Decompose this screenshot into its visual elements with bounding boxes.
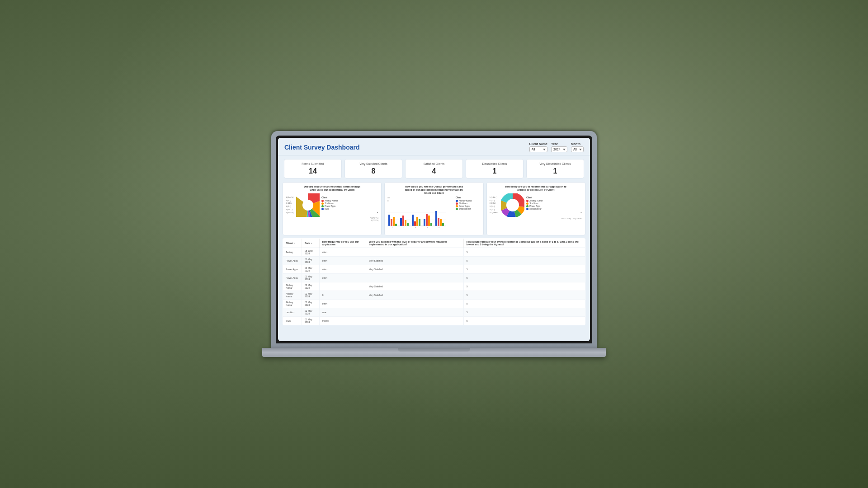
cell-rating: 5 xyxy=(463,317,585,325)
svg-point-44 xyxy=(506,199,519,211)
svg-rect-12 xyxy=(391,219,392,226)
month-filter: Month All xyxy=(571,142,584,152)
cell-freq: often xyxy=(319,274,366,282)
table-row: Akshay Kumar 02 May 2024 0 Very Satisfie… xyxy=(283,291,585,300)
laptop-screen: Client Survey Dashboard Client Name All … xyxy=(271,131,597,348)
legend-shubham: Shubham xyxy=(321,202,378,205)
col-frequency: How frequently do you use our applicatio… xyxy=(319,239,366,248)
pie-chart-svg xyxy=(296,193,320,217)
cell-date: 30 May 2024 xyxy=(302,257,320,265)
kpi-very-dissatisfied: Very Dissatisfied Clients 1 xyxy=(526,159,584,178)
donut-legend-akshay: Akshay Kumar xyxy=(526,200,582,202)
table-row: Akshay Kumar 02 May 2024 Very Satisfied … xyxy=(283,282,585,291)
svg-rect-21 xyxy=(416,217,418,226)
year-select[interactable]: 2024 xyxy=(551,146,567,152)
cell-rating: 5 xyxy=(463,300,585,308)
month-label: Month xyxy=(571,142,584,145)
svg-rect-18 xyxy=(407,223,409,226)
svg-rect-28 xyxy=(438,218,439,226)
kpi-very-satisfied-value: 8 xyxy=(349,167,398,175)
pie-label-1: 1 (2.44%) xyxy=(286,196,293,199)
svg-text:3: 3 xyxy=(415,226,416,229)
svg-rect-14 xyxy=(395,224,397,226)
svg-rect-24 xyxy=(426,214,428,226)
pie-label-5: 1 (2.4...) xyxy=(286,208,293,211)
cell-date: 02 May 2024 xyxy=(302,282,320,291)
charts-row: Did you encounter any technical issues o… xyxy=(278,182,590,238)
cell-security: Very Satisfied xyxy=(366,257,463,265)
data-table: Client ▼ Date ▼ How frequently do you us… xyxy=(283,238,585,325)
kpi-dissatisfied-label: Dissatisfied Clients xyxy=(470,162,519,165)
bar-legend-akshay: Akshay Kumar xyxy=(456,200,481,202)
cell-rating: 5 xyxy=(463,308,585,317)
cell-client: Power Apps xyxy=(283,265,302,274)
filter-bar: Client Name All Year 2024 xyxy=(529,142,584,152)
kpi-very-satisfied: Very Satisfied Clients 8 xyxy=(344,159,402,178)
kpi-satisfied-value: 4 xyxy=(409,167,459,175)
pie-label-4: 1 (2...) xyxy=(286,205,293,208)
cell-date: 02 May 2024 xyxy=(302,291,320,300)
month-select[interactable]: All xyxy=(571,146,584,152)
donut-label-3: 8 (2.94) xyxy=(490,202,499,205)
kpi-satisfied: Satisfied Clients 4 xyxy=(405,159,463,178)
cell-freq: 0 xyxy=(319,291,366,300)
col-client: Client ▼ xyxy=(283,239,302,248)
kpi-forms-value: 14 xyxy=(288,167,338,175)
kpi-satisfied-label: Satisfied Clients xyxy=(409,162,459,165)
donut-legend-power-apps: Power Apps xyxy=(526,205,582,207)
cell-security xyxy=(366,248,463,257)
cell-rating: 5 xyxy=(463,248,585,257)
donut-right-label: 75 (27.57%) 38 (13.97%) xyxy=(561,217,582,220)
svg-text:1: 1 xyxy=(392,226,393,229)
kpi-very-dissatisfied-value: 1 xyxy=(530,167,580,175)
kpi-row: Forms Submitted 14 Very Satisfied Client… xyxy=(278,155,590,182)
cell-security xyxy=(366,308,463,317)
client-name-label: Client Name xyxy=(529,142,547,145)
cell-date: 03 May 2024 xyxy=(302,265,320,274)
cell-rating: 5 xyxy=(463,265,585,274)
svg-rect-20 xyxy=(414,221,416,226)
svg-rect-13 xyxy=(393,217,395,226)
cell-freq: often xyxy=(319,300,366,308)
table-row: Akshay Kumar 02 May 2024 often 5 xyxy=(283,300,585,308)
cell-client: Akshay Kumar xyxy=(283,282,302,291)
cell-security: Very Satisfied xyxy=(366,282,463,291)
year-label: Year xyxy=(551,142,567,145)
cell-security: Very Satisfied xyxy=(366,291,463,300)
pie-right-label-3: 3 (7.32%) xyxy=(286,219,378,221)
donut-label-4: 9 (3...) xyxy=(490,205,499,208)
kpi-dissatisfied-value: 1 xyxy=(470,167,519,175)
bar-chart-card: How would you rate the Overall performan… xyxy=(384,182,483,235)
bar-legend-shubham: Shubham xyxy=(456,202,481,205)
pie-label-6: 1 (2.44%) xyxy=(286,211,293,215)
donut-label-2: 6 (2...) xyxy=(490,199,499,202)
cell-security xyxy=(366,317,463,325)
svg-rect-16 xyxy=(402,216,404,226)
cell-security: Very Satisfied xyxy=(366,265,463,274)
cell-client: Power Apps xyxy=(283,274,302,282)
cell-freq: rare xyxy=(319,308,366,317)
pie-chart-title: Did you encounter any technical issues o… xyxy=(286,185,378,192)
svg-rect-23 xyxy=(424,219,425,226)
bar-chart-svg: 1 2 3 4 5 xyxy=(387,206,446,230)
pie-label-2: 1 (2...) xyxy=(286,199,293,202)
dashboard: Client Survey Dashboard Client Name All … xyxy=(278,138,590,341)
cell-client: Power Apps xyxy=(283,257,302,265)
cell-freq: often xyxy=(319,248,366,257)
cell-security xyxy=(366,274,463,282)
svg-rect-26 xyxy=(430,223,432,226)
donut-chart-card: How likely are you to recommend our appl… xyxy=(486,182,585,235)
svg-text:2: 2 xyxy=(403,226,405,229)
dashboard-title: Client Survey Dashboard xyxy=(284,144,360,151)
cell-rating: 5 xyxy=(463,291,585,300)
cell-date: 02 May 2024 xyxy=(302,300,320,308)
data-table-section: Client ▼ Date ▼ How frequently do you us… xyxy=(278,238,590,341)
col-security: Were you satisfied with the level of sec… xyxy=(366,239,463,248)
kpi-dissatisfied: Dissatisfied Clients 1 xyxy=(466,159,524,178)
client-name-select[interactable]: All xyxy=(529,146,547,152)
cell-date: 02 May 2024 xyxy=(302,308,320,317)
table-row: Power Apps 30 May 2024 often Very Satisf… xyxy=(283,257,585,265)
table-row: Power Apps 03 May 2024 often Very Satisf… xyxy=(283,265,585,274)
cell-client: Akshay Kumar xyxy=(283,291,302,300)
kpi-very-dissatisfied-label: Very Dissatisfied Clients xyxy=(530,162,580,165)
